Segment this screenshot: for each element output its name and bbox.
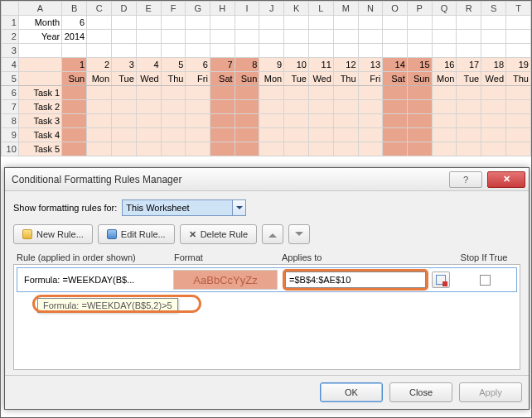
dialog-titlebar[interactable]: Conditional Formatting Rules Manager ? ✕ <box>5 168 529 191</box>
column-header[interactable]: H <box>210 2 235 16</box>
column-header[interactable]: B <box>62 2 87 16</box>
row-header[interactable]: 10 <box>2 142 19 156</box>
cell[interactable] <box>210 128 235 142</box>
cell[interactable] <box>284 114 309 128</box>
cell[interactable] <box>112 100 137 114</box>
cell[interactable] <box>235 114 259 128</box>
task-cell[interactable]: Task 4 <box>18 128 61 142</box>
cell[interactable] <box>259 86 284 100</box>
cell[interactable]: 15 <box>407 58 432 72</box>
cell[interactable] <box>383 100 408 114</box>
cell[interactable] <box>383 142 408 156</box>
cell[interactable] <box>112 44 137 58</box>
row-header[interactable]: 9 <box>2 128 19 142</box>
cell[interactable] <box>506 44 531 58</box>
edit-rule-button[interactable]: Edit Rule... <box>98 224 175 244</box>
cell[interactable] <box>506 142 531 156</box>
cell[interactable] <box>407 128 432 142</box>
column-header[interactable]: G <box>186 2 210 16</box>
cell[interactable] <box>210 86 235 100</box>
cell[interactable] <box>136 128 161 142</box>
cell[interactable] <box>481 44 506 58</box>
cell[interactable]: Fri <box>358 72 383 86</box>
cell[interactable] <box>358 16 383 30</box>
cell[interactable]: Tue <box>112 72 137 86</box>
cell[interactable] <box>506 86 531 100</box>
cell[interactable] <box>284 30 309 44</box>
cell[interactable] <box>18 58 61 72</box>
cell[interactable] <box>407 100 432 114</box>
cell[interactable]: Sun <box>407 72 432 86</box>
column-header[interactable]: S <box>481 2 506 16</box>
cell[interactable] <box>308 114 333 128</box>
cell[interactable] <box>284 128 309 142</box>
cell[interactable] <box>308 16 333 30</box>
cell[interactable] <box>506 128 531 142</box>
cell[interactable] <box>308 128 333 142</box>
cell[interactable] <box>358 86 383 100</box>
cell[interactable] <box>358 142 383 156</box>
cell[interactable] <box>136 86 161 100</box>
cell[interactable] <box>18 44 61 58</box>
cell[interactable] <box>259 44 284 58</box>
column-header[interactable]: D <box>112 2 137 16</box>
cell[interactable]: 2 <box>87 58 112 72</box>
column-header[interactable]: P <box>407 2 432 16</box>
cell[interactable] <box>235 100 259 114</box>
cell[interactable] <box>457 86 481 100</box>
column-header[interactable]: L <box>308 2 333 16</box>
cell[interactable] <box>432 30 457 44</box>
cell[interactable] <box>333 114 358 128</box>
cell[interactable] <box>481 16 506 30</box>
cell[interactable] <box>284 100 309 114</box>
cell[interactable] <box>457 142 481 156</box>
cell[interactable]: 19 <box>506 58 531 72</box>
cell[interactable] <box>186 44 210 58</box>
cell[interactable] <box>358 128 383 142</box>
cell[interactable] <box>457 128 481 142</box>
cell[interactable] <box>383 114 408 128</box>
cell[interactable]: 2014 <box>62 30 87 44</box>
cell[interactable] <box>87 114 112 128</box>
cell[interactable]: 8 <box>235 58 259 72</box>
cell[interactable] <box>481 86 506 100</box>
select-all-corner[interactable] <box>2 2 19 16</box>
cell[interactable] <box>210 114 235 128</box>
cell[interactable] <box>358 44 383 58</box>
cell[interactable] <box>235 142 259 156</box>
cell[interactable] <box>235 16 259 30</box>
cell[interactable] <box>333 86 358 100</box>
row-header[interactable]: 1 <box>2 16 19 30</box>
cell[interactable] <box>112 86 137 100</box>
cell[interactable] <box>87 16 112 30</box>
cell[interactable]: Thu <box>333 72 358 86</box>
cell[interactable] <box>112 128 137 142</box>
cell[interactable] <box>87 142 112 156</box>
cell[interactable] <box>481 30 506 44</box>
cell[interactable] <box>210 30 235 44</box>
cell[interactable] <box>358 30 383 44</box>
cell[interactable] <box>333 44 358 58</box>
column-header[interactable]: O <box>383 2 408 16</box>
cell[interactable] <box>333 30 358 44</box>
cell[interactable] <box>383 128 408 142</box>
cell[interactable] <box>358 114 383 128</box>
cell[interactable] <box>432 114 457 128</box>
cell[interactable] <box>432 44 457 58</box>
cell[interactable] <box>284 142 309 156</box>
column-header[interactable]: E <box>136 2 161 16</box>
cell[interactable] <box>62 100 87 114</box>
cell[interactable] <box>136 100 161 114</box>
cell[interactable] <box>308 44 333 58</box>
cell[interactable]: Sat <box>210 72 235 86</box>
cell[interactable]: Year <box>18 30 61 44</box>
cell[interactable] <box>333 128 358 142</box>
cell[interactable] <box>210 142 235 156</box>
cell[interactable] <box>161 100 186 114</box>
cell[interactable] <box>161 16 186 30</box>
cell[interactable] <box>432 128 457 142</box>
cell[interactable]: Fri <box>186 72 210 86</box>
cell[interactable]: 6 <box>62 16 87 30</box>
task-cell[interactable]: Task 1 <box>18 86 61 100</box>
cell[interactable] <box>87 86 112 100</box>
